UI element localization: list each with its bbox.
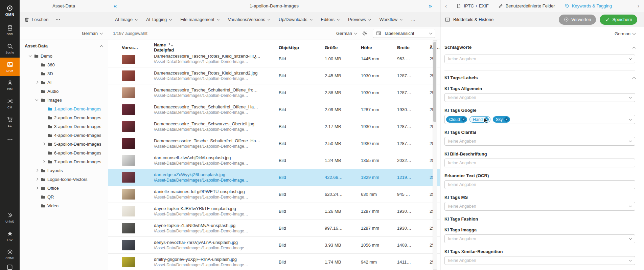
column-height[interactable]: Höhe (361, 45, 397, 50)
remove-tag-icon[interactable]: × (461, 117, 466, 122)
rail-item-sc[interactable]: SC (0, 112, 20, 131)
rail-item-fav[interactable]: FAV (0, 227, 20, 245)
rail-item-dam[interactable]: DAM (0, 58, 20, 76)
table-row[interactable]: dan-edge-xZcWyykjZ6I-unsplash.jpg/Asset-… (108, 169, 440, 186)
table-row[interactable]: danielle-macinnes-IuLgi9PWETU-unsplash.j… (108, 186, 440, 203)
tree-item-5-apollon-demo-images[interactable]: 5-apollon-Demo-Images (20, 140, 108, 148)
toolbar-previews-button[interactable]: Previews (344, 15, 375, 24)
toolbar-workflow-button[interactable]: Workflow (375, 15, 406, 24)
tree-item-ai[interactable]: AI (20, 78, 108, 87)
tree-item-video[interactable]: Video (20, 201, 108, 210)
rail-item-dbd[interactable]: DBD (0, 21, 20, 39)
view-mode-select[interactable]: Tabellenansicht (373, 29, 435, 38)
input-erkannter-text-ocr[interactable]: keine Angaben (444, 180, 635, 189)
scrollbar-thumb[interactable] (433, 42, 436, 122)
table-row[interactable]: Damenaccessoire_Tasche_Rotes_Kleid_sitze… (108, 67, 440, 84)
rail-more-apps-icon[interactable] (0, 263, 20, 270)
remove-tag-icon[interactable]: × (504, 117, 509, 122)
table-row[interactable]: dayne-topkin-ZLnNI0whMvA-unsplash.jpg/As… (108, 220, 440, 237)
chevron-right-icon[interactable] (35, 169, 38, 172)
settings-gear-icon[interactable] (362, 30, 368, 36)
toolbar-file-management-button[interactable]: File management (176, 15, 223, 24)
rail-item-conf[interactable]: CONF (0, 245, 20, 263)
table-row[interactable]: Damenaccessoire_Tasche_Schulterfrei_Offe… (108, 101, 440, 118)
tree-item-logos-icons-vectors[interactable]: Logos-Icons-Vectors (20, 175, 108, 184)
table-row[interactable]: Damenaccessoire_Tasche_Schulterfrei_Offe… (108, 84, 440, 101)
toolbar-editors-button[interactable]: Editors (317, 15, 343, 24)
toolbar-more-button[interactable]: … (407, 15, 419, 24)
select-schlagworte[interactable]: keine Angaben (444, 55, 635, 63)
tag-pill-cloud[interactable]: Cloud× (446, 116, 467, 123)
select-ki-tags-allgemein[interactable]: keine Angaben (444, 93, 635, 102)
toolbar-variations-versions-button[interactable]: Variations/Versions (224, 15, 274, 24)
column-name-sortable[interactable]: Name1Dateipfad (154, 42, 279, 53)
rail-item-pim[interactable]: PIM (0, 76, 20, 94)
toolbar-ai-image-button[interactable]: AI Image (111, 15, 141, 24)
delete-button[interactable]: Löschen (24, 17, 48, 22)
select-ki-tags-imagga[interactable]: keine Angaben (444, 234, 635, 243)
chevron-right-icon[interactable] (35, 81, 38, 84)
table-row[interactable]: Damenaccessoire_Tasche_Schwarzes_Obertei… (108, 118, 440, 135)
tab-keywords-tagging[interactable]: Keywords & Tagging (565, 3, 612, 8)
tree-item-4-apollon-demo-images[interactable]: 4-apollon-Demo-Images (20, 131, 108, 140)
chevron-right-icon[interactable] (42, 143, 45, 145)
app-logo[interactable]: OMN (0, 0, 20, 21)
column-width[interactable]: Breite (397, 45, 430, 50)
select-ki-tags-ximilar[interactable]: keine Angaben (444, 256, 635, 265)
table-row[interactable]: dayne-topkin-KJBVIwYRkTE-unsplash.jpg/As… (108, 203, 440, 220)
table-language-select[interactable]: German (336, 31, 357, 36)
chevron-right-icon[interactable] (35, 187, 38, 189)
table-row[interactable]: denys-nevozhai-7nrsVjvALnA-unsplash.jpg/… (108, 237, 440, 254)
tree-item-images[interactable]: Images (20, 96, 108, 104)
tree-item-qr[interactable]: QR (20, 192, 108, 201)
input-ki-bild-beschriftung[interactable]: keine Angaben (444, 159, 635, 167)
tab-iptc-exif[interactable]: IPTC + EXIF (456, 3, 488, 8)
column-type[interactable]: Objekttyp (279, 45, 325, 50)
tree-item-2-apollon-demo-images[interactable]: 2-apollon-Demo-Images (20, 113, 108, 122)
tree-item-audio[interactable]: Audio (20, 87, 108, 96)
toolbar-ai-tagging-button[interactable]: AI Tagging (142, 15, 176, 24)
section-heading-ki-tags-labels[interactable]: KI Tags+Labels (444, 70, 635, 80)
tree-item-7-apollon-demo-images[interactable]: 7-apollon-Demo-Images (20, 157, 108, 166)
select-ki-tags-clarifai[interactable]: keine Angaben (444, 137, 635, 146)
rail-item-unfold[interactable]: Unfold (0, 208, 20, 227)
tree-item-3-apollon-demo-images[interactable]: 3-apollon-Demo-Images (20, 122, 108, 131)
tree-item-demo[interactable]: Demo (20, 51, 108, 60)
select-ki-tags-google[interactable]: Cloud×Hand×Sky× (444, 115, 635, 124)
collapse-panel-left-icon[interactable]: « (114, 3, 117, 9)
chevron-down-icon[interactable] (28, 54, 31, 57)
chevron-right-icon[interactable] (35, 178, 38, 181)
toolbar-up-downloads-button[interactable]: Up/Downloads (275, 15, 316, 24)
tab-benutzerdefinierte-felder[interactable]: Benutzerdefinierte Felder (498, 3, 555, 8)
collapse-icon[interactable] (632, 46, 636, 50)
tree-item-360[interactable]: 360 (20, 60, 108, 69)
tree-item-1-apollon-demo-images[interactable]: 1-apollon-Demo-Images (20, 104, 108, 113)
details-language-select[interactable]: German (444, 28, 635, 39)
remove-tag-icon[interactable]: × (484, 117, 489, 122)
table-row[interactable]: Damenaccesssoire_Tasche_Schulterfrei_Off… (108, 135, 440, 152)
chevron-right-icon[interactable] (42, 160, 45, 163)
rail-item-cm[interactable]: CM (0, 94, 20, 112)
collapse-icon[interactable] (632, 77, 636, 80)
table-row[interactable]: Damenaccessoire_Tasche_Rotes_Kleid_sitze… (108, 55, 440, 67)
tree-item-layouts[interactable]: Layouts (20, 166, 108, 175)
table-row[interactable]: dmitry-grigoriev-yxXpjF-RrnA-unsplash.jp… (108, 254, 440, 270)
collapse-icon[interactable] (100, 45, 104, 48)
table-row[interactable]: dan-counsell-zIwAchjDirM-unsplash.jpg/As… (108, 152, 440, 169)
rail-item-more[interactable] (0, 131, 20, 149)
expand-panel-right-icon[interactable]: » (429, 3, 432, 9)
tag-pill-hand[interactable]: Hand× (469, 116, 490, 123)
rail-item-suche[interactable]: Suche (0, 39, 20, 58)
tabs-scroll-right-icon[interactable]: › (638, 3, 639, 9)
tag-pill-sky[interactable]: Sky× (493, 116, 510, 123)
tree-root-item[interactable]: Asset-Data (20, 40, 108, 51)
sidebar-more-button[interactable] (55, 17, 61, 22)
save-button[interactable]: Speichern (600, 15, 637, 25)
column-size[interactable]: Größe (325, 45, 361, 50)
section-heading-schlagworte[interactable]: Schlagworte (444, 45, 635, 50)
tree-item-3d[interactable]: 3D (20, 69, 108, 78)
chevron-down-icon[interactable] (35, 98, 38, 101)
tree-item-6-apollon-demo-images[interactable]: 6-apollon-Demo-Images (20, 148, 108, 157)
table-scrollbar[interactable] (433, 40, 437, 270)
discard-button[interactable]: Verwerfen (559, 15, 596, 25)
